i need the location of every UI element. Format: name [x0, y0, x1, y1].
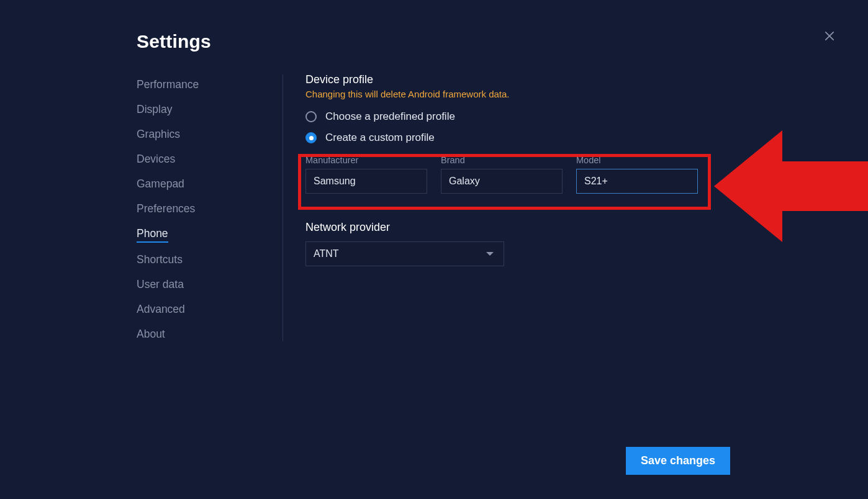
sidebar-item-label: Advanced [137, 303, 185, 315]
model-input[interactable] [576, 169, 698, 194]
sidebar-item-user-data[interactable]: User data [137, 278, 184, 292]
radio-checked-icon [305, 132, 317, 143]
select-value: ATNT [314, 248, 339, 259]
sidebar-item-label: Phone [137, 227, 168, 240]
sidebar-item-label: User data [137, 278, 184, 290]
chevron-down-icon [486, 252, 494, 256]
sidebar-item-shortcuts[interactable]: Shortcuts [137, 253, 183, 267]
vertical-divider [283, 74, 283, 341]
sidebar-item-label: Performance [137, 78, 199, 91]
sidebar-item-devices[interactable]: Devices [137, 153, 175, 167]
sidebar: Performance Display Graphics Devices Gam… [137, 78, 267, 342]
sidebar-item-about[interactable]: About [137, 328, 165, 342]
custom-profile-fields: Manufacturer Brand Model [305, 155, 740, 194]
network-provider-select[interactable]: ATNT [305, 241, 504, 266]
network-provider-heading: Network provider [305, 221, 740, 234]
field-label: Brand [441, 155, 563, 165]
sidebar-item-label: Devices [137, 153, 175, 165]
sidebar-item-label: Graphics [137, 128, 180, 140]
settings-window: Settings Performance Display Graphics De… [0, 0, 868, 499]
sidebar-item-display[interactable]: Display [137, 103, 172, 117]
save-changes-button[interactable]: Save changes [626, 447, 730, 475]
sidebar-item-graphics[interactable]: Graphics [137, 128, 180, 142]
radio-label: Choose a predefined profile [325, 110, 455, 123]
network-provider-select-wrap: ATNT [305, 241, 504, 266]
sidebar-item-label: Display [137, 103, 172, 115]
radio-label: Create a custom profile [325, 132, 435, 144]
sidebar-item-label: Shortcuts [137, 253, 183, 266]
sidebar-item-label: Preferences [137, 202, 195, 215]
sidebar-item-gamepad[interactable]: Gamepad [137, 178, 184, 192]
device-profile-heading: Device profile [305, 73, 740, 86]
field-label: Manufacturer [305, 155, 427, 165]
field-manufacturer: Manufacturer [305, 155, 427, 194]
manufacturer-input[interactable] [305, 169, 427, 194]
button-label: Save changes [641, 454, 715, 467]
sidebar-item-phone[interactable]: Phone [137, 227, 168, 243]
sidebar-item-preferences[interactable]: Preferences [137, 202, 195, 217]
sidebar-item-label: Gamepad [137, 178, 184, 190]
field-label: Model [576, 155, 698, 165]
sidebar-item-performance[interactable]: Performance [137, 78, 199, 92]
close-icon [823, 30, 836, 45]
sidebar-item-advanced[interactable]: Advanced [137, 303, 185, 317]
field-model: Model [576, 155, 698, 194]
radio-unchecked-icon [305, 111, 317, 122]
close-button[interactable] [822, 30, 837, 45]
radio-predefined-profile[interactable]: Choose a predefined profile [305, 110, 740, 123]
page-title: Settings [137, 31, 211, 52]
device-profile-warning: Changing this will delete Android framew… [305, 89, 740, 99]
brand-input[interactable] [441, 169, 563, 194]
radio-custom-profile[interactable]: Create a custom profile [305, 132, 740, 144]
content-panel: Device profile Changing this will delete… [305, 73, 740, 266]
field-brand: Brand [441, 155, 563, 194]
sidebar-item-label: About [137, 328, 165, 340]
